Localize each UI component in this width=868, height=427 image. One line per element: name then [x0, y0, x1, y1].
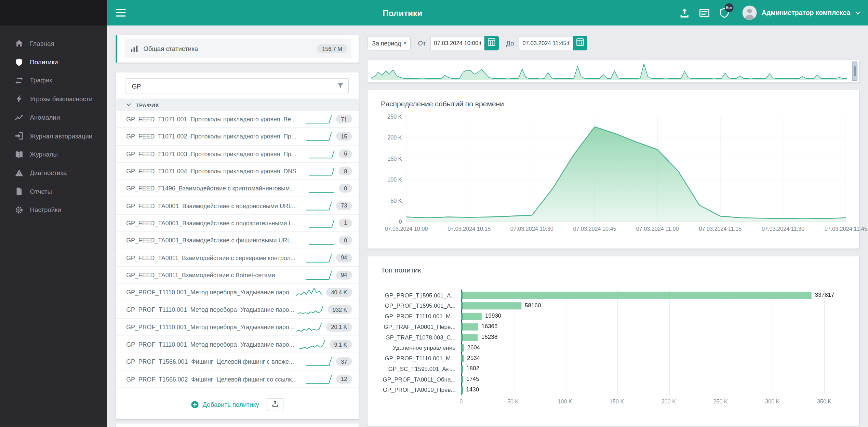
- policy-list-item[interactable]: GP_FEED_TA0011_Взаимодействие с Botnet-с…: [116, 267, 359, 284]
- policy-count-badge: 6: [339, 149, 352, 158]
- x-axis-label: 350 K: [817, 399, 831, 405]
- x-axis: 07.03.2024 10:0007.03.2024 10:1507.03.20…: [406, 226, 846, 235]
- protection-status-button[interactable]: Все: [719, 8, 730, 18]
- report-table-icon[interactable]: [699, 8, 710, 18]
- bar[interactable]: [461, 334, 478, 341]
- policy-list-item[interactable]: GP_FEED_T1496_Взаимодействие с криптомай…: [116, 180, 359, 198]
- add-policy-button[interactable]: Добавить политику: [191, 401, 259, 409]
- plus-circle-icon: [191, 401, 199, 409]
- sidebar-item-anomalies[interactable]: Аномалии: [0, 108, 107, 127]
- sidebar-item-reports[interactable]: Отчеты: [0, 182, 107, 201]
- bar-row: GP_PROF_T1110.001_М... 2534: [381, 352, 846, 363]
- sidebar-item-policies[interactable]: Политики: [0, 53, 107, 71]
- bar-row: Удалённое управление 2604: [381, 342, 846, 353]
- area-chart-body: 050 K100 K150 K200 K250 K: [381, 117, 846, 222]
- menu-toggle-button[interactable]: [116, 9, 125, 17]
- policy-list-item[interactable]: GP_FEED_T1071.001_Протоколы прикладного …: [116, 111, 359, 128]
- bar[interactable]: [461, 355, 464, 362]
- y-axis-label: 50 K: [390, 198, 402, 204]
- bar-row: GP_SC_T1595.001_Акт... 1802: [381, 363, 846, 374]
- chart-title: Топ политик: [381, 266, 846, 274]
- calendar-icon: [488, 38, 496, 48]
- sidebar-item-diagnostics[interactable]: Диагностика: [0, 164, 107, 182]
- policy-name: GP_FEED_T1071.003_Протоколы прикладного …: [126, 150, 307, 157]
- policy-list-item[interactable]: GP_FEED_T1071.002_Протоколы прикладного …: [116, 128, 359, 146]
- policy-list-item[interactable]: GP_FEED_TA0001_Взаимодействие с фишингов…: [116, 232, 359, 250]
- bar-category-label: GP_PROF_T1110.001_М...: [381, 312, 461, 319]
- policy-list-item[interactable]: GP_FEED_TA0011_Взаимодействие с серверам…: [116, 249, 359, 267]
- policy-sparkline: [306, 114, 331, 124]
- sidebar-nav: Главная Политики Трафик Угрозы безопасно…: [0, 25, 107, 219]
- bar[interactable]: [461, 323, 478, 331]
- bar[interactable]: [461, 386, 463, 393]
- overall-statistics-card[interactable]: Общая статистика 156.7 M: [116, 35, 359, 63]
- bar-category-label: GP_TRAF_T1078.003_С...: [381, 334, 461, 340]
- period-select[interactable]: За период ▾: [368, 36, 411, 50]
- policy-list-item[interactable]: GP_PROF_T1110.001_Метод перебора_Угадыва…: [116, 284, 359, 302]
- policy-list-item[interactable]: GP_FEED_TA0001_Взаимодействие с подозрит…: [116, 215, 359, 232]
- period-select-value: За период: [372, 40, 401, 46]
- from-calendar-button[interactable]: [484, 36, 499, 50]
- bar-track: 337817: [461, 291, 824, 298]
- x-axis-label: 250 K: [713, 399, 727, 405]
- bar[interactable]: [461, 376, 463, 383]
- sidebar-item-traffic[interactable]: Трафик: [0, 71, 107, 90]
- user-menu[interactable]: Администратор комплекса: [742, 5, 860, 20]
- import-policy-button[interactable]: [267, 398, 284, 411]
- chevron-down-icon: ▾: [404, 40, 406, 45]
- shield-status-badge: Все: [725, 3, 734, 12]
- policy-list-item[interactable]: GP_PROF_T1566.002_Фишинг_Целевой фишинг …: [116, 371, 359, 388]
- bar[interactable]: [461, 344, 464, 351]
- bar[interactable]: [461, 302, 521, 309]
- policy-list-item[interactable]: GP_FEED_TA0001_Взаимодействие с вредонос…: [116, 197, 359, 215]
- policy-name: GP_FEED_T1496_Взаимодействие с криптомай…: [126, 185, 307, 191]
- to-datetime-input[interactable]: [519, 36, 573, 50]
- policy-name: GP_FEED_T1071.001_Протоколы прикладного …: [126, 116, 304, 122]
- policies-panel: ТРАФИК GP_FEED_T1071.001_Протоколы прикл…: [116, 72, 359, 419]
- traffic-section-label: ТРАФИК: [136, 102, 159, 108]
- timeline-scroll-handle[interactable]: [852, 62, 857, 81]
- bar[interactable]: [461, 292, 812, 299]
- traffic-section-header[interactable]: ТРАФИК: [116, 98, 359, 111]
- y-axis-label: 150 K: [387, 156, 402, 162]
- x-axis-label: 0: [459, 399, 463, 405]
- policy-list-item[interactable]: GP_PROF_T1110.001_Метод перебора_Угадыва…: [116, 336, 359, 353]
- bar-row: GP_PROF_TA0010_Прев... 1430: [381, 384, 846, 395]
- filter-icon[interactable]: [337, 82, 345, 90]
- bar-value-label: 19930: [485, 312, 501, 319]
- policy-search-input[interactable]: [126, 78, 349, 94]
- sidebar-item-auth-log[interactable]: Журнал авторизации: [0, 127, 107, 145]
- to-calendar-button[interactable]: [573, 36, 587, 50]
- policy-name: GP_PROF_T1110.001_Метод перебора_Угадыва…: [126, 306, 295, 313]
- policy-list-item[interactable]: GP_PROF_T1110.001_Метод перебора_Угадыва…: [116, 319, 359, 336]
- sidebar-item-label: Журналы: [30, 151, 57, 158]
- area-chart-plot[interactable]: [406, 117, 846, 222]
- policy-count-badge: 94: [336, 253, 352, 262]
- bar-category-label: Удалённое управление: [381, 344, 461, 350]
- chevron-down-icon: [855, 10, 860, 15]
- sidebar-item-security-threats[interactable]: Угрозы безопасности: [0, 90, 107, 108]
- policy-list-item[interactable]: GP_PROF_T1110.001_Метод перебора_Угадыва…: [116, 301, 359, 319]
- policy-list-item[interactable]: GP_FEED_T1071.004_Протоколы прикладного …: [116, 163, 359, 180]
- policy-list-item[interactable]: GP_FEED_T1071.003_Протоколы прикладного …: [116, 145, 359, 163]
- document-icon: [15, 187, 23, 196]
- home-icon: [15, 39, 23, 48]
- add-policy-label: Добавить политику: [203, 401, 259, 408]
- sidebar-item-label: Главная: [30, 40, 54, 47]
- policy-sparkline: [298, 305, 323, 315]
- bar-track: 16366: [461, 323, 824, 330]
- bar-row: GP_PROF_T1595.001_А... 58160: [381, 300, 846, 311]
- events-overview-timeline[interactable]: [368, 60, 859, 82]
- from-datetime-input[interactable]: [430, 36, 485, 50]
- bar-track: 58160: [461, 302, 824, 309]
- policy-list-item[interactable]: GP_PROF_T1566.001_Фишинг_Целевой фишинг …: [116, 353, 359, 371]
- export-upload-icon[interactable]: [679, 8, 690, 18]
- sidebar-top-block: [0, 0, 107, 25]
- sidebar-item-settings[interactable]: Настройки: [0, 201, 107, 219]
- bar-track: 16238: [461, 333, 824, 341]
- policy-name: GP_FEED_T1071.002_Протоколы прикладного …: [126, 133, 304, 139]
- sidebar-item-journals[interactable]: Журналы: [0, 145, 107, 164]
- sidebar-item-home[interactable]: Главная: [0, 34, 107, 53]
- bar[interactable]: [461, 313, 482, 320]
- bar[interactable]: [461, 365, 463, 373]
